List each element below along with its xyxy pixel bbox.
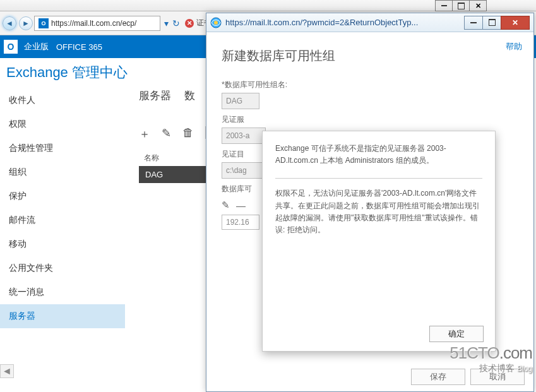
nav-servers[interactable]: 服务器 <box>0 304 125 328</box>
ie-icon <box>210 17 222 28</box>
toolbar: ＋ ✎ 🗑 <box>139 126 206 141</box>
edit-icon[interactable]: ✎ <box>162 126 171 141</box>
ip-remove-icon[interactable]: — <box>236 200 246 211</box>
label-dag-name: *数据库可用性组名: <box>222 80 518 90</box>
nav-mobile[interactable]: 移动 <box>0 232 125 256</box>
bg-window-titlebar: ✕ <box>0 0 536 11</box>
add-icon[interactable]: ＋ <box>139 126 150 141</box>
error-message-1: Exchange 可信子系统不是指定的见证服务器 2003-AD.lt.com.… <box>275 143 482 167</box>
dag-table: 名称 DAG <box>139 150 208 183</box>
popup-titlebar: https://mail.lt.com.cn/?pwmcid=2&ReturnO… <box>206 13 533 32</box>
watermark-domain: .com <box>499 343 532 362</box>
bg-close-button[interactable]: ✕ <box>469 0 487 11</box>
popup-minimize-button[interactable] <box>464 16 483 30</box>
office-logo-icon: O <box>4 40 18 54</box>
input-witness-server[interactable] <box>222 128 266 144</box>
ie-url-text: https://mail.lt.com.cn/ecp/ <box>51 19 136 28</box>
ie-back-button[interactable]: ◄ <box>3 16 16 30</box>
watermark-tagline: 技术博客 <box>479 363 515 373</box>
popup-maximize-button[interactable] <box>482 16 501 30</box>
watermark-brand: 51CTO <box>450 343 499 362</box>
popup-url: https://mail.lt.com.cn/?pwmcid=2&ReturnO… <box>225 18 465 27</box>
input-dag-name[interactable] <box>222 93 259 109</box>
input-witness-dir[interactable] <box>222 162 266 179</box>
nav-recipients[interactable]: 收件人 <box>0 88 125 112</box>
nav-mailflow[interactable]: 邮件流 <box>0 208 125 232</box>
content-tabs: 服务器 数 <box>139 88 205 103</box>
error-dialog: Exchange 可信子系统不是指定的见证服务器 2003-AD.lt.com.… <box>262 131 496 352</box>
new-dag-popup: https://mail.lt.com.cn/?pwmcid=2&ReturnO… <box>206 13 534 392</box>
nav-permissions[interactable]: 权限 <box>0 112 125 136</box>
ok-button[interactable]: 确定 <box>429 326 484 342</box>
table-header-name[interactable]: 名称 <box>139 150 208 166</box>
table-row[interactable]: DAG <box>139 166 208 183</box>
outlook-icon: O <box>39 18 49 28</box>
help-link[interactable]: 帮助 <box>506 41 522 52</box>
error-message-2: 权限不足，无法访问见证服务器'2003-AD.lt.com.cn'网络文件共享。… <box>275 187 482 236</box>
popup-close-button[interactable]: ✕ <box>501 16 530 30</box>
ie-dropdown-icon[interactable]: ▾ <box>164 18 169 28</box>
nav-um[interactable]: 统一消息 <box>0 280 125 304</box>
bg-maximize-button[interactable] <box>452 0 470 11</box>
page-title: Exchange 管理中心 <box>6 63 128 82</box>
watermark: 51CTO.com 技术博客 Blog <box>450 343 532 374</box>
watermark-blog: Blog <box>517 364 532 373</box>
cert-error-icon: ✕ <box>185 19 194 28</box>
o365-product-label: OFFICE 365 <box>56 42 102 52</box>
input-dag-ip[interactable] <box>222 215 259 230</box>
error-divider <box>275 178 482 179</box>
ie-url-field[interactable]: O https://mail.lt.com.cn/ecp/ <box>34 16 160 31</box>
label-witness-server: 见证服 <box>222 114 518 125</box>
o365-enterprise-label: 企业版 <box>24 41 49 52</box>
nav-protection[interactable]: 保护 <box>0 184 125 208</box>
ie-forward-button[interactable]: ► <box>19 16 33 30</box>
svg-point-1 <box>214 21 218 25</box>
scroll-left-button[interactable]: ◄ <box>0 364 14 378</box>
nav-compliance[interactable]: 合规性管理 <box>0 136 125 160</box>
ie-refresh-icon[interactable]: ↻ <box>172 18 180 28</box>
left-nav: 收件人 权限 合规性管理 组织 保护 邮件流 移动 公用文件夹 统一消息 服务器 <box>0 88 125 328</box>
ip-edit-icon[interactable]: ✎ <box>222 199 230 211</box>
tab-databases[interactable]: 数 <box>184 90 195 102</box>
nav-organization[interactable]: 组织 <box>0 160 125 184</box>
bg-minimize-button[interactable] <box>435 0 453 11</box>
nav-publicfolders[interactable]: 公用文件夹 <box>0 256 125 280</box>
delete-icon[interactable]: 🗑 <box>182 126 194 141</box>
tab-servers[interactable]: 服务器 <box>139 90 171 102</box>
popup-heading: 新建数据库可用性组 <box>222 47 518 64</box>
